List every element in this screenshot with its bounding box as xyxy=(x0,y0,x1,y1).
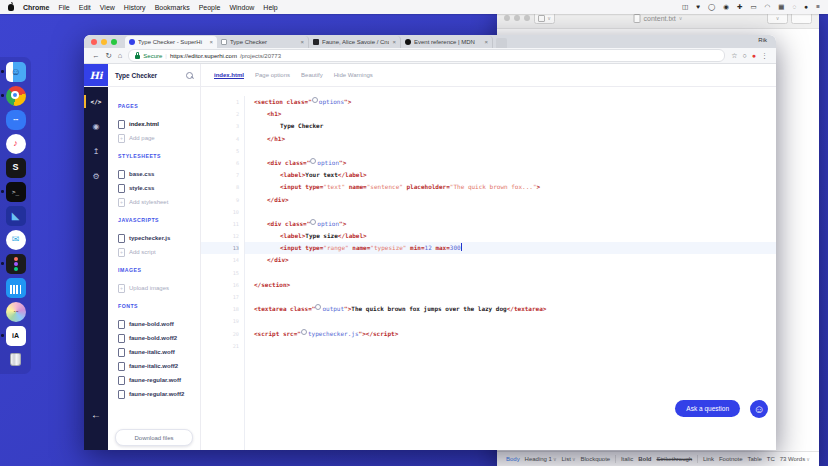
format-item-body[interactable]: Body xyxy=(506,456,520,462)
help-smiley-button[interactable]: ☺ xyxy=(750,400,768,418)
file-item[interactable]: typechecker.js xyxy=(118,231,200,245)
header-tab-hide-warnings[interactable]: Hide Warnings xyxy=(334,72,373,78)
settings-gear-icon[interactable]: ⚙ xyxy=(84,169,108,184)
code-line[interactable]: </div> xyxy=(245,254,776,266)
code-line[interactable]: <div class="option"> xyxy=(245,218,776,230)
format-item-blockquote[interactable]: Blockquote xyxy=(580,456,610,462)
file-item[interactable]: index.html xyxy=(118,117,200,131)
dock-item-chrome[interactable] xyxy=(5,85,26,106)
code-line[interactable]: <h1> xyxy=(245,108,776,120)
screen-icon[interactable]: ◫ xyxy=(682,4,688,11)
format-item-73-words[interactable]: 73 Words∨ xyxy=(780,456,810,462)
share-upload-icon[interactable]: ↥ xyxy=(84,144,108,159)
minimize-button[interactable] xyxy=(514,15,520,21)
dock-item-code[interactable]: ◣ xyxy=(5,205,26,226)
file-item[interactable]: faune-italic.woff xyxy=(118,345,200,359)
dock-item-trash[interactable] xyxy=(5,349,26,370)
superhi-logo[interactable]: Hi xyxy=(84,64,108,86)
menu-item-bookmarks[interactable]: Bookmarks xyxy=(155,4,190,11)
apple-icon[interactable] xyxy=(8,4,14,11)
file-item[interactable]: faune-bold.woff2 xyxy=(118,331,200,345)
extension-icon[interactable]: ○ xyxy=(743,52,747,59)
fullscreen-button[interactable] xyxy=(111,39,117,45)
record-extension-icon[interactable]: ● xyxy=(752,52,756,59)
tab-close-icon[interactable]: × xyxy=(484,39,488,45)
code-line[interactable] xyxy=(245,291,776,303)
tab-close-icon[interactable]: × xyxy=(392,39,396,45)
profile-name[interactable]: Rik xyxy=(758,37,767,43)
code-line[interactable]: </h1> xyxy=(245,133,776,145)
code-view-icon[interactable]: </> xyxy=(84,94,108,109)
add-item[interactable]: Add script xyxy=(118,245,200,259)
shield-icon[interactable]: ♥ xyxy=(696,4,700,11)
tab-close-icon[interactable]: × xyxy=(209,39,213,45)
dock-item-ia-writer[interactable]: iA xyxy=(5,325,26,346)
code-line[interactable] xyxy=(245,206,776,218)
tab-close-icon[interactable]: × xyxy=(300,39,304,45)
browser-tab[interactable]: Faune, Alice Savoie / Cnap× xyxy=(309,36,401,48)
circle-icon[interactable]: ◯ xyxy=(708,4,715,11)
back-button[interactable]: ← xyxy=(92,52,100,60)
header-tab-index.html[interactable]: index.html xyxy=(214,72,244,78)
ask-question-button[interactable]: Ask a question xyxy=(675,400,740,417)
code-line[interactable]: <script src="typechecker.js"></script> xyxy=(245,328,776,340)
close-button[interactable] xyxy=(91,39,97,45)
minimize-button[interactable] xyxy=(101,39,107,45)
file-item[interactable]: style.css xyxy=(118,181,200,195)
siri-icon[interactable]: ● xyxy=(804,4,808,11)
dock-item-finder[interactable]: ☺ xyxy=(5,61,26,82)
code-line[interactable]: <textarea class="output">The quick brown… xyxy=(245,303,776,315)
address-field[interactable]: Secure | https://editor.superhi.com /pro… xyxy=(128,49,725,62)
menu-item-chrome[interactable]: Chrome xyxy=(23,4,49,11)
file-item[interactable]: faune-bold.woff xyxy=(118,317,200,331)
format-item-bold[interactable]: Bold xyxy=(638,456,651,462)
header-tab-beautify[interactable]: Beautify xyxy=(301,72,323,78)
close-button[interactable] xyxy=(504,15,510,21)
menu-list-icon[interactable]: ≡ xyxy=(816,4,820,11)
code-line[interactable]: <label>Your text</label> xyxy=(245,169,776,181)
keyboard-icon[interactable]: ▦ xyxy=(778,4,784,11)
dock-item-figma[interactable] xyxy=(5,253,26,274)
zoom-button[interactable] xyxy=(524,15,530,21)
format-item-tc[interactable]: TC xyxy=(767,456,775,462)
back-arrow-button[interactable]: ← xyxy=(84,409,108,420)
dock-item-music[interactable]: ♪ xyxy=(5,133,26,154)
browser-tab[interactable]: Type Checker - SuperHi× xyxy=(125,36,217,48)
dock-item-terminal[interactable]: >_ xyxy=(5,181,26,202)
format-item-link[interactable]: Link xyxy=(703,456,714,462)
writer-document-title[interactable]: content.txt ∨ xyxy=(634,14,683,23)
format-item-heading-1[interactable]: Heading 1∨ xyxy=(525,456,557,462)
format-item-strikethrough[interactable]: Strikethrough xyxy=(656,456,692,462)
menu-item-view[interactable]: View xyxy=(100,4,115,11)
add-item[interactable]: Add page xyxy=(118,131,200,145)
add-item[interactable]: Upload images xyxy=(118,281,200,295)
menu-item-help[interactable]: Help xyxy=(263,4,277,11)
search-icon[interactable] xyxy=(186,72,193,79)
file-item[interactable]: base.css xyxy=(118,167,200,181)
code-line[interactable]: <input type="range" name="typesize" min=… xyxy=(245,242,776,254)
format-item-list[interactable]: List∨ xyxy=(562,456,576,462)
code-line[interactable] xyxy=(245,340,776,352)
new-tab-button[interactable] xyxy=(496,38,507,48)
display-icon[interactable]: ▭ xyxy=(750,4,756,11)
dock-item-mail[interactable]: ✉ xyxy=(5,229,26,250)
menu-item-edit[interactable]: Edit xyxy=(79,4,91,11)
browser-tab[interactable]: Event reference | MDN× xyxy=(401,36,493,48)
code-line[interactable]: <div class="option"> xyxy=(245,157,776,169)
record-icon[interactable]: ◉ xyxy=(723,4,729,11)
dock-item-stripes-app[interactable] xyxy=(5,277,26,298)
code-line[interactable] xyxy=(245,145,776,157)
preview-eye-icon[interactable]: ◉ xyxy=(84,119,108,134)
file-item[interactable]: faune-italic.woff2 xyxy=(118,359,200,373)
menu-item-window[interactable]: Window xyxy=(229,4,254,11)
home-button[interactable]: ⌂ xyxy=(118,52,123,60)
code-line[interactable]: </section> xyxy=(245,279,776,291)
search-icon[interactable]: ◌ xyxy=(792,4,796,11)
format-item-table[interactable]: Table xyxy=(747,456,761,462)
code-line[interactable]: Type Checker xyxy=(245,120,776,132)
reload-button[interactable]: ↻ xyxy=(106,52,112,60)
plus-icon[interactable]: ✚ xyxy=(737,4,742,11)
add-item[interactable]: Add stylesheet xyxy=(118,195,200,209)
file-item[interactable]: faune-regular.woff xyxy=(118,373,200,387)
wifi-icon[interactable]: ◠ xyxy=(765,4,771,11)
